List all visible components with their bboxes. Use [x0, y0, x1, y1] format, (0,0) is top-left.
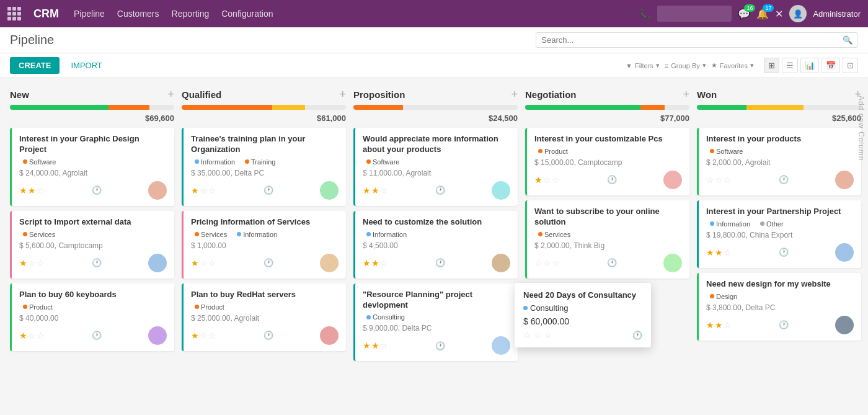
- tooltip-star3[interactable]: ☆: [544, 330, 552, 340]
- column-add-btn-proposition[interactable]: +: [511, 88, 518, 101]
- menu-customers[interactable]: Customers: [117, 9, 159, 19]
- star-3[interactable]: ☆: [724, 175, 732, 185]
- table-row[interactable]: Interest in your products Software $ 2,0…: [697, 128, 861, 195]
- table-row[interactable]: Want to subscribe to your online solutio…: [525, 200, 689, 279]
- table-row[interactable]: Interest in your Graphic Design Project …: [10, 128, 174, 206]
- table-row[interactable]: Interest in your Partnership Project Inf…: [697, 200, 861, 268]
- avatar: [148, 326, 167, 345]
- column-add-btn-negotiation[interactable]: +: [683, 88, 689, 101]
- star-1[interactable]: ★: [19, 258, 27, 268]
- star-2[interactable]: ☆: [715, 175, 723, 185]
- star-3[interactable]: ☆: [724, 320, 732, 330]
- progress-segment: [353, 105, 403, 110]
- list-view-icon[interactable]: ☰: [782, 58, 798, 73]
- star-3[interactable]: ☆: [37, 258, 45, 268]
- table-row[interactable]: Need to customize the solution Informati…: [353, 211, 518, 279]
- star-1[interactable]: ★: [191, 258, 199, 268]
- star-3[interactable]: ☆: [208, 185, 216, 195]
- menu-reporting[interactable]: Reporting: [172, 9, 210, 19]
- kanban-view-icon[interactable]: ⊞: [764, 58, 779, 73]
- star-2[interactable]: ☆: [200, 331, 208, 341]
- groupby-dropdown[interactable]: ≡ Group By ▾: [665, 61, 706, 69]
- pivot-view-icon[interactable]: ⊡: [843, 58, 858, 73]
- star-2[interactable]: ★: [371, 185, 379, 195]
- star-3[interactable]: ☆: [380, 341, 388, 350]
- star-icon: ★: [711, 61, 717, 69]
- table-row[interactable]: Script to Import external data Services …: [10, 211, 174, 279]
- star-1[interactable]: ★: [191, 331, 199, 341]
- star-3[interactable]: ☆: [208, 331, 216, 341]
- star-3[interactable]: ☆: [552, 258, 560, 268]
- star-3[interactable]: ☆: [208, 258, 216, 268]
- avatar[interactable]: 👤: [789, 5, 807, 22]
- star-2[interactable]: ☆: [28, 331, 36, 341]
- star-1[interactable]: ★: [363, 258, 371, 268]
- star-2[interactable]: ★: [28, 185, 36, 195]
- import-button[interactable]: IMPORT: [64, 57, 108, 74]
- star-2[interactable]: ★: [371, 341, 379, 350]
- favorites-dropdown[interactable]: ★ Favorites ▾: [711, 61, 754, 69]
- filters-label: Filters: [635, 62, 653, 69]
- column-add-btn-new[interactable]: +: [167, 88, 174, 101]
- star-3[interactable]: ☆: [37, 185, 45, 195]
- tag-dot: [23, 232, 27, 236]
- star-1[interactable]: ★: [706, 248, 714, 257]
- clock-icon: 🕐: [264, 258, 273, 267]
- progress-segment: [182, 105, 272, 110]
- star-1[interactable]: ★: [706, 320, 714, 330]
- star-3[interactable]: ☆: [380, 185, 388, 195]
- star-1[interactable]: ★: [19, 185, 27, 195]
- tooltip-amount: $ 60,000.00: [523, 316, 642, 326]
- star-2[interactable]: ☆: [28, 258, 36, 268]
- table-row[interactable]: Plan to buy 60 keyboards Product $ 40,00…: [10, 283, 174, 351]
- star-2[interactable]: ★: [715, 248, 723, 257]
- tooltip-star1[interactable]: ☆: [523, 330, 531, 340]
- table-row[interactable]: "Resource Planning" project devlopment C…: [353, 283, 518, 362]
- star-2[interactable]: ★: [371, 258, 379, 268]
- table-row[interactable]: Would appreciate more information about …: [353, 128, 518, 206]
- table-row[interactable]: Pricing Information of Services Services…: [182, 211, 346, 279]
- star-2[interactable]: ☆: [200, 258, 208, 268]
- chat-icon[interactable]: 💬 16: [738, 8, 750, 20]
- star-2[interactable]: ★: [715, 320, 723, 330]
- apps-grid[interactable]: [7, 7, 21, 20]
- star-3[interactable]: ☆: [724, 248, 732, 257]
- star-3[interactable]: ☆: [552, 175, 560, 185]
- column-progress-negotiation: [525, 105, 689, 110]
- tooltip-star2[interactable]: ☆: [534, 330, 542, 340]
- menu-configuration[interactable]: Configuration: [221, 9, 273, 19]
- close-icon[interactable]: ✕: [775, 8, 783, 20]
- tag-dot: [245, 159, 249, 164]
- star-1[interactable]: ★: [534, 175, 542, 185]
- table-row[interactable]: Plan to buy RedHat servers Product $ 25,…: [182, 283, 346, 351]
- avatar: [663, 254, 682, 272]
- menu-pipeline[interactable]: Pipeline: [74, 9, 105, 19]
- calendar-view-icon[interactable]: 📅: [822, 58, 840, 73]
- kanban-board: New + $69,600 Interest in your Graphic D…: [0, 78, 868, 400]
- star-3[interactable]: ☆: [380, 258, 388, 268]
- star-1[interactable]: ☆: [706, 175, 714, 185]
- star-1[interactable]: ★: [363, 341, 371, 350]
- notification-icon[interactable]: 🔔 17: [756, 8, 769, 20]
- star-2[interactable]: ☆: [543, 258, 551, 268]
- star-2[interactable]: ☆: [543, 175, 551, 185]
- create-button[interactable]: CREATE: [10, 57, 60, 74]
- add-column-button[interactable]: Add new Column: [854, 91, 868, 166]
- table-row[interactable]: Interest in your customizable Pcs Produc…: [525, 128, 689, 195]
- column-add-btn-qualified[interactable]: +: [339, 88, 346, 101]
- phone-icon[interactable]: 📞: [639, 8, 651, 20]
- clock-icon: 🕐: [435, 185, 445, 195]
- filters-dropdown[interactable]: ▼ Filters ▾: [626, 61, 660, 69]
- star-2[interactable]: ☆: [200, 185, 208, 195]
- star-1[interactable]: ★: [19, 331, 27, 341]
- search-input[interactable]: [541, 35, 843, 45]
- search-container: 🔍: [536, 32, 858, 48]
- table-row[interactable]: Need new design for my website Design $ …: [697, 273, 861, 341]
- chart-view-icon[interactable]: 📊: [800, 58, 819, 73]
- table-row[interactable]: Trainee's training plan in your Organiza…: [182, 128, 346, 206]
- star-3[interactable]: ☆: [37, 331, 45, 341]
- star-1[interactable]: ☆: [534, 258, 542, 268]
- star-1[interactable]: ★: [191, 185, 199, 195]
- tag-label: Product: [544, 148, 568, 155]
- star-1[interactable]: ★: [363, 185, 371, 195]
